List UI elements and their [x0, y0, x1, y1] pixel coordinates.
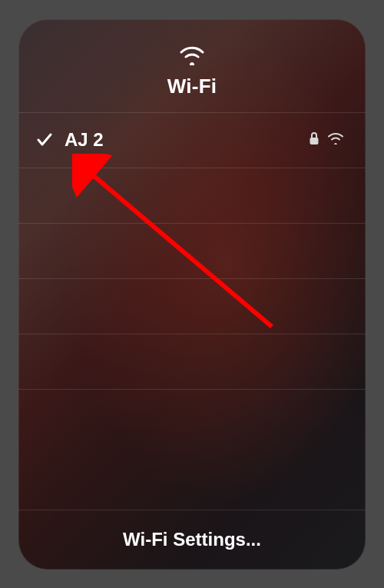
panel-title: Wi-Fi: [18, 75, 366, 98]
wifi-settings-button[interactable]: Wi-Fi Settings...: [18, 510, 366, 570]
network-name-label: AJ 2: [65, 129, 309, 151]
network-row-empty: [18, 334, 366, 389]
wifi-signal-icon: [327, 132, 344, 148]
wifi-settings-label: Wi-Fi Settings...: [123, 529, 261, 550]
network-row-empty: [18, 223, 366, 278]
network-row-empty: [18, 389, 366, 444]
network-row-empty: [18, 278, 366, 334]
svg-rect-0: [310, 138, 319, 145]
wifi-icon: [178, 44, 206, 68]
network-row-empty: [18, 168, 366, 223]
panel-header: Wi-Fi: [18, 19, 366, 112]
network-row[interactable]: AJ 2: [18, 112, 366, 168]
lock-icon: [309, 131, 319, 148]
network-status-icons: [309, 131, 344, 148]
network-list: AJ 2: [18, 112, 366, 444]
wifi-control-panel: Wi-Fi AJ 2: [18, 19, 366, 570]
checkmark-icon: [35, 131, 57, 149]
